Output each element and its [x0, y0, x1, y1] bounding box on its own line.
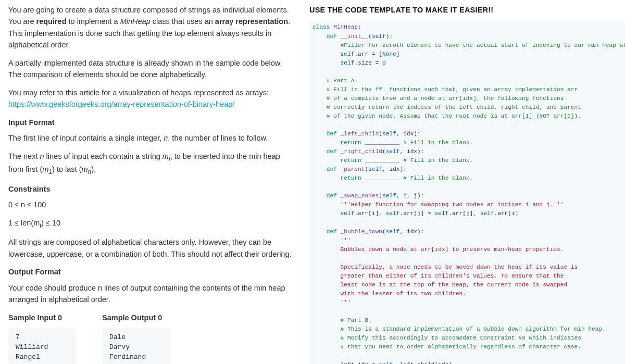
sample-output-col: Sample Output 0 Dale Darvy Ferdinand Her… — [102, 312, 170, 364]
intro-paragraph-1: You are going to create a data structure… — [8, 4, 296, 51]
sample-output-heading: Sample Output 0 — [102, 312, 170, 323]
code-template-column: USE THE CODE TEMPLATE TO MAKE IT EASIER!… — [309, 4, 625, 364]
reference-link[interactable]: https://www.geeksforgeeks.org/array-repr… — [8, 100, 234, 108]
sample-input-box: 7 Williard Rangel Marcus Herlan Ferdinan… — [8, 328, 76, 364]
sample-input-heading: Sample Input 0 — [8, 312, 76, 323]
input-format-line2: The next n lines of input each contain a… — [8, 150, 296, 177]
constraint-1: 0 ≤ n ≤ 100 — [8, 199, 296, 210]
constraints-heading: Constraints — [8, 183, 296, 195]
problem-statement: You are going to create a data structure… — [8, 4, 296, 364]
page-root: You are going to create a data structure… — [0, 0, 625, 364]
output-format-heading: Output Format — [8, 266, 296, 278]
reference-text: You may refer to this article for a visu… — [8, 89, 269, 97]
sample-output-box: Dale Darvy Ferdinand Herlan Marcus Range… — [102, 328, 170, 364]
constraint-2: 1 ≤ len(mi) ≤ 10 — [8, 217, 296, 231]
code-content: class MinHeap: def __init__(self): #Fill… — [312, 23, 625, 364]
input-format-line1: The first line of input contains a singl… — [8, 132, 296, 144]
sample-io-row: Sample Input 0 7 Williard Rangel Marcus … — [8, 312, 296, 364]
reference-paragraph: You may refer to this article for a visu… — [8, 87, 296, 110]
input-format-heading: Input Format — [8, 117, 296, 128]
output-format-text: Your code should produce n lines of outp… — [8, 282, 296, 306]
intro-paragraph-2: A partially implemented data structure i… — [8, 57, 296, 81]
sample-input-col: Sample Input 0 7 Williard Rangel Marcus … — [8, 312, 76, 364]
code-editor[interactable]: class MinHeap: def __init__(self): #Fill… — [309, 21, 625, 364]
use-template-banner: USE THE CODE TEMPLATE TO MAKE IT EASIER!… — [309, 4, 625, 16]
constraint-3: All strings are composed of alphabetical… — [8, 236, 296, 260]
